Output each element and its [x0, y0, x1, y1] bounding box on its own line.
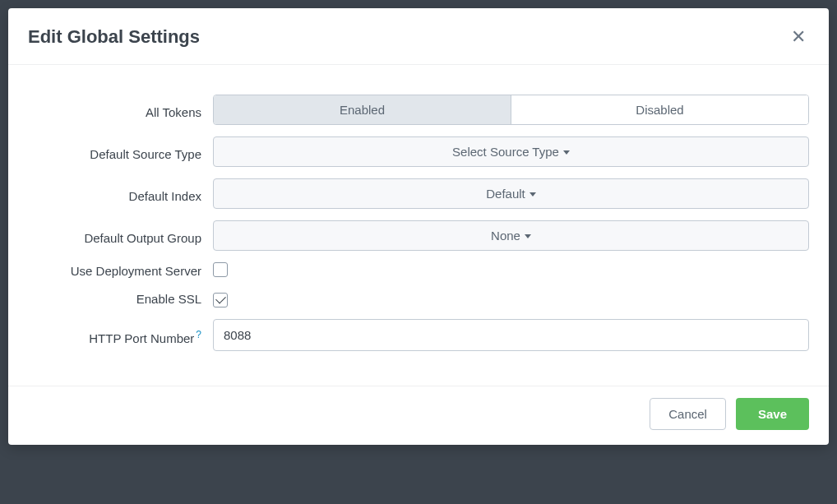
row-enable-ssl: Enable SSL [28, 291, 809, 307]
label-text-default-index: Default Index [129, 189, 201, 203]
control-enable-ssl [213, 291, 809, 307]
label-text-all-tokens: All Tokens [146, 105, 201, 119]
all-tokens-enabled-option[interactable]: Enabled [214, 95, 511, 124]
label-default-output-group: Default Output Group [28, 225, 213, 246]
close-button[interactable]: ✕ [788, 25, 809, 49]
modal-footer: Cancel Save [8, 386, 829, 445]
http-port-help-link[interactable]: ? [196, 329, 201, 340]
default-index-value: Default [486, 187, 525, 201]
use-deployment-server-checkbox[interactable] [213, 262, 228, 277]
control-default-output-group: None [213, 220, 809, 251]
save-button[interactable]: Save [736, 398, 809, 430]
label-default-source-type: Default Source Type [28, 141, 213, 162]
caret-down-icon [529, 192, 536, 197]
row-all-tokens: All Tokens Enabled Disabled [28, 95, 809, 125]
label-text-use-deployment-server: Use Deployment Server [71, 264, 201, 278]
close-icon: ✕ [791, 26, 806, 47]
label-enable-ssl: Enable SSL [28, 292, 213, 307]
enable-ssl-checkbox[interactable] [213, 293, 228, 307]
edit-global-settings-modal: Edit Global Settings ✕ All Tokens Enable… [8, 8, 829, 445]
modal-title: Edit Global Settings [28, 26, 200, 48]
caret-down-icon [563, 150, 570, 155]
default-source-type-dropdown[interactable]: Select Source Type [213, 136, 809, 167]
label-text-default-source-type: Default Source Type [90, 147, 201, 161]
default-index-dropdown[interactable]: Default [213, 178, 809, 209]
all-tokens-disabled-option[interactable]: Disabled [511, 95, 808, 124]
row-default-source-type: Default Source Type Select Source Type [28, 136, 809, 167]
label-http-port-number: HTTP Port Number? [28, 323, 213, 346]
label-default-index: Default Index [28, 183, 213, 204]
row-http-port-number: HTTP Port Number? [28, 319, 809, 351]
default-output-group-dropdown[interactable]: None [213, 220, 809, 251]
row-default-output-group: Default Output Group None [28, 220, 809, 251]
all-tokens-toggle: Enabled Disabled [213, 95, 809, 125]
modal-header: Edit Global Settings ✕ [8, 8, 829, 65]
default-output-group-value: None [491, 229, 520, 243]
control-all-tokens: Enabled Disabled [213, 95, 809, 125]
label-text-http-port-number: HTTP Port Number [89, 331, 194, 345]
label-text-default-output-group: Default Output Group [84, 231, 201, 245]
control-default-source-type: Select Source Type [213, 136, 809, 167]
label-use-deployment-server: Use Deployment Server [28, 264, 213, 279]
row-default-index: Default Index Default [28, 178, 809, 209]
caret-down-icon [525, 234, 531, 238]
control-http-port-number [213, 319, 809, 351]
cancel-button[interactable]: Cancel [650, 398, 726, 430]
label-text-enable-ssl: Enable SSL [136, 292, 201, 306]
default-source-type-value: Select Source Type [452, 145, 559, 159]
control-default-index: Default [213, 178, 809, 209]
http-port-number-input[interactable] [213, 319, 809, 351]
control-use-deployment-server [213, 262, 809, 280]
label-all-tokens: All Tokens [28, 99, 213, 120]
row-use-deployment-server: Use Deployment Server [28, 262, 809, 280]
modal-body: All Tokens Enabled Disabled Default Sour… [8, 65, 829, 386]
